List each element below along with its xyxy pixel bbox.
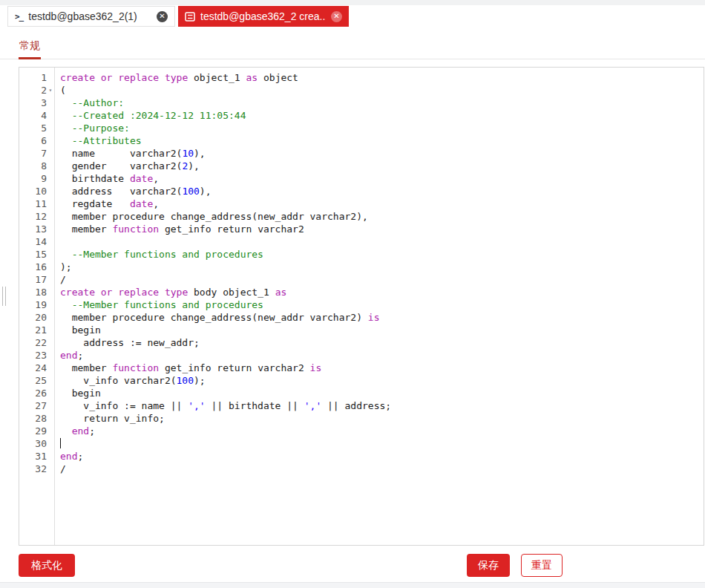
line-number: 27 [19, 399, 47, 412]
code-text: member procedure change_address(new_addr… [54, 210, 368, 223]
code-line[interactable]: 26 begin [19, 387, 704, 399]
code-line[interactable]: 20 member procedure change_address(new_a… [19, 311, 704, 324]
code-line[interactable]: 14 [19, 235, 704, 248]
line-number: 2 [19, 84, 47, 97]
code-line[interactable]: 29 end; [19, 425, 704, 437]
code-line[interactable]: 16); [19, 261, 704, 273]
tab-console[interactable]: >_ testdb@gbase362_2(1) ✕ [7, 6, 175, 27]
code-line[interactable]: 22 address := new_addr; [19, 336, 704, 349]
code-line[interactable]: 28 return v_info; [19, 412, 704, 425]
code-line[interactable]: 8 gender varchar2(2), [19, 160, 704, 172]
code-line[interactable]: 11 regdate date, [19, 197, 704, 210]
panel-resize-handle[interactable] [2, 287, 6, 306]
code-line[interactable]: 9 birthdate date, [19, 172, 704, 185]
line-number: 15 [19, 248, 47, 261]
line-number: 24 [19, 362, 47, 374]
code-line[interactable]: 18create or replace type body object_1 a… [19, 286, 704, 298]
close-icon[interactable]: ✕ [331, 11, 342, 22]
terminal-icon: >_ [15, 12, 23, 22]
tab-create-object[interactable]: testdb@gbase362_2 crea... ✕ [178, 6, 349, 27]
line-number: 3 [19, 97, 47, 109]
code-line[interactable]: 19 --Member functions and procedures [19, 298, 704, 311]
code-line[interactable]: 21 begin [19, 324, 704, 336]
line-number-gutter: 24 [19, 362, 54, 374]
line-number-gutter: 11 [19, 197, 54, 210]
sql-code-editor[interactable]: 1create or replace type object_1 as obje… [19, 67, 704, 546]
code-line[interactable]: 15 --Member functions and procedures [19, 248, 704, 261]
code-text: ( [54, 84, 66, 97]
line-number-gutter: 18 [19, 286, 54, 298]
line-number-gutter: 23 [19, 349, 54, 362]
line-number-gutter: 15 [19, 248, 54, 261]
bottom-strip [0, 582, 705, 588]
code-line[interactable]: 1create or replace type object_1 as obje… [19, 71, 704, 84]
code-line[interactable]: 31end; [19, 450, 704, 463]
code-line[interactable]: 4 --Created :2024-12-12 11:05:44 [19, 109, 704, 122]
code-line[interactable]: 27 v_info := name || ',' || birthdate ||… [19, 399, 704, 412]
code-line[interactable]: 13 member function get_info return varch… [19, 223, 704, 235]
code-text: / [54, 463, 66, 475]
line-number-gutter: 21 [19, 324, 54, 336]
line-number: 22 [19, 336, 47, 349]
line-number: 20 [19, 311, 47, 324]
reset-button[interactable]: 重置 [521, 554, 563, 577]
code-line[interactable]: 23end; [19, 349, 704, 362]
line-number: 19 [19, 298, 47, 311]
tab-general[interactable]: 常规 [19, 34, 41, 59]
code-text: / [54, 273, 66, 286]
fold-toggle-icon[interactable]: ▾ [47, 84, 54, 97]
code-text: --Created :2024-12-12 11:05:44 [54, 109, 246, 122]
code-line[interactable]: 10 address varchar2(100), [19, 185, 704, 197]
window-top-strip [0, 0, 705, 5]
line-number: 8 [19, 160, 47, 172]
line-number: 26 [19, 387, 47, 399]
code-line[interactable]: 25 v_info varchar2(100); [19, 374, 704, 387]
code-text: ); [54, 261, 72, 273]
code-text: member function get_info return varchar2 [54, 223, 304, 235]
code-text: v_info := name || ',' || birthdate || ',… [54, 399, 391, 412]
code-text: name varchar2(10), [54, 147, 206, 160]
line-number-gutter: 13 [19, 223, 54, 235]
code-text: v_info varchar2(100); [54, 374, 206, 387]
close-icon[interactable]: ✕ [157, 11, 168, 22]
line-number-gutter: 25 [19, 374, 54, 387]
line-number-gutter: 10 [19, 185, 54, 197]
line-number: 11 [19, 197, 47, 210]
code-text [54, 437, 61, 450]
code-text: address varchar2(100), [54, 185, 212, 197]
code-line[interactable]: 5 --Purpose: [19, 122, 704, 134]
code-text: return v_info; [54, 412, 165, 425]
code-text: member function get_info return varchar2… [54, 362, 321, 374]
code-line[interactable]: 17/ [19, 273, 704, 286]
format-button[interactable]: 格式化 [19, 554, 75, 577]
line-number-gutter: 6 [19, 134, 54, 147]
line-number: 32 [19, 463, 47, 475]
code-text: end; [54, 425, 95, 437]
code-text [54, 235, 60, 248]
line-number-gutter: 3 [19, 97, 54, 109]
code-text: end; [54, 450, 83, 463]
code-text: member procedure change_address(new_addr… [54, 311, 379, 324]
script-icon [185, 12, 195, 22]
save-button[interactable]: 保存 [467, 554, 510, 577]
code-line[interactable]: 6 --Attributes [19, 134, 704, 147]
code-line[interactable]: 3 --Author: [19, 97, 704, 109]
code-text: end; [54, 349, 83, 362]
code-line[interactable]: 32/ [19, 463, 704, 475]
code-line[interactable]: 7 name varchar2(10), [19, 147, 704, 160]
code-text: --Attributes [54, 134, 142, 147]
code-line[interactable]: 24 member function get_info return varch… [19, 362, 704, 374]
line-number: 7 [19, 147, 47, 160]
line-number-gutter: 2▾ [19, 84, 54, 97]
code-line[interactable]: 12 member procedure change_address(new_a… [19, 210, 704, 223]
code-text: gender varchar2(2), [54, 160, 200, 172]
line-number-gutter: 27 [19, 399, 54, 412]
line-number: 30 [19, 437, 47, 450]
line-number-gutter: 9 [19, 172, 54, 185]
code-text: regdate date, [54, 197, 159, 210]
line-number-gutter: 29 [19, 425, 54, 437]
line-number-gutter: 8 [19, 160, 54, 172]
line-number-gutter: 1 [19, 71, 54, 84]
code-line[interactable]: 30 [19, 437, 704, 450]
code-line[interactable]: 2▾( [19, 84, 704, 97]
